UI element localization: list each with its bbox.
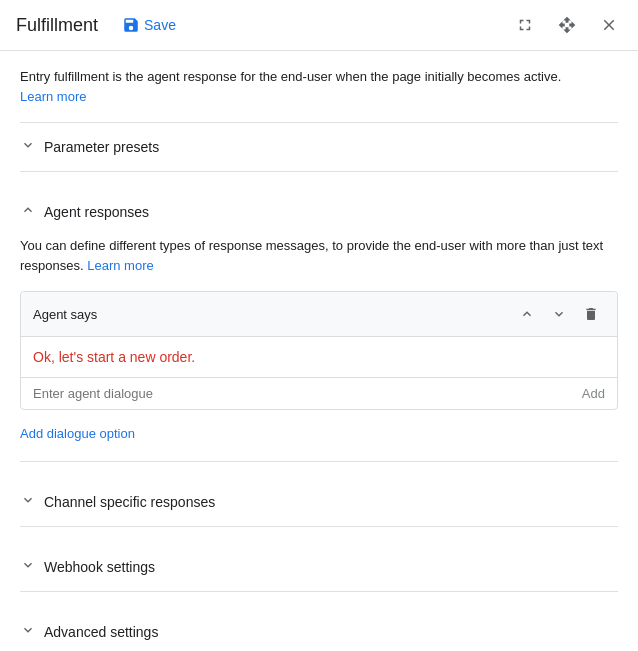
move-down-button[interactable] xyxy=(545,302,573,326)
header: Fulfillment Save xyxy=(0,0,638,51)
parameter-presets-toggle[interactable]: Parameter presets xyxy=(20,123,618,171)
delete-icon xyxy=(583,306,599,322)
agent-responses-chevron-icon xyxy=(20,202,36,222)
save-button[interactable]: Save xyxy=(114,12,184,38)
save-icon xyxy=(122,16,140,34)
header-icons xyxy=(512,12,622,38)
arrow-up-icon xyxy=(519,306,535,322)
fullscreen-button[interactable] xyxy=(512,12,538,38)
parameter-presets-section: Parameter presets xyxy=(20,122,618,172)
card-actions xyxy=(513,302,605,326)
page-title: Fulfillment xyxy=(16,15,98,36)
move-up-button[interactable] xyxy=(513,302,541,326)
advanced-settings-chevron-icon xyxy=(20,622,36,642)
advanced-settings-toggle[interactable]: Advanced settings xyxy=(20,608,618,651)
main-content: Entry fulfillment is the agent response … xyxy=(0,51,638,651)
close-button[interactable] xyxy=(596,12,622,38)
webhook-settings-section: Webhook settings xyxy=(20,543,618,592)
save-label: Save xyxy=(144,17,176,33)
parameter-presets-chevron-icon xyxy=(20,137,36,157)
channel-specific-label: Channel specific responses xyxy=(44,494,215,510)
move-button[interactable] xyxy=(554,12,580,38)
move-icon xyxy=(558,16,576,34)
agent-says-header: Agent says xyxy=(21,292,617,337)
delete-button[interactable] xyxy=(577,302,605,326)
arrow-down-icon xyxy=(551,306,567,322)
fullscreen-icon xyxy=(516,16,534,34)
webhook-settings-label: Webhook settings xyxy=(44,559,155,575)
webhook-settings-chevron-icon xyxy=(20,557,36,577)
agent-responses-label: Agent responses xyxy=(44,204,149,220)
agent-dialogue-input-row: Add xyxy=(21,378,617,409)
description-learn-more-link[interactable]: Learn more xyxy=(20,89,86,104)
response-text: Ok, let's start a new order. xyxy=(21,337,617,378)
channel-specific-section: Channel specific responses xyxy=(20,478,618,527)
agent-responses-toggle[interactable]: Agent responses xyxy=(20,188,618,236)
agent-says-card: Agent says xyxy=(20,291,618,410)
entry-fulfillment-description: Entry fulfillment is the agent response … xyxy=(20,67,618,106)
add-dialogue-button[interactable]: Add xyxy=(582,386,605,401)
add-dialogue-option-button[interactable]: Add dialogue option xyxy=(20,422,135,445)
agent-says-title: Agent says xyxy=(33,307,513,322)
agent-responses-content: You can define different types of respon… xyxy=(20,236,618,453)
close-icon xyxy=(600,16,618,34)
parameter-presets-label: Parameter presets xyxy=(44,139,159,155)
agent-responses-description: You can define different types of respon… xyxy=(20,236,618,275)
agent-responses-section: Agent responses You can define different… xyxy=(20,188,618,462)
agent-responses-learn-more-link[interactable]: Learn more xyxy=(87,258,153,273)
webhook-settings-toggle[interactable]: Webhook settings xyxy=(20,543,618,591)
channel-specific-chevron-icon xyxy=(20,492,36,512)
advanced-settings-section: Advanced settings xyxy=(20,608,618,651)
channel-specific-toggle[interactable]: Channel specific responses xyxy=(20,478,618,526)
advanced-settings-label: Advanced settings xyxy=(44,624,158,640)
agent-dialogue-input[interactable] xyxy=(33,386,582,401)
